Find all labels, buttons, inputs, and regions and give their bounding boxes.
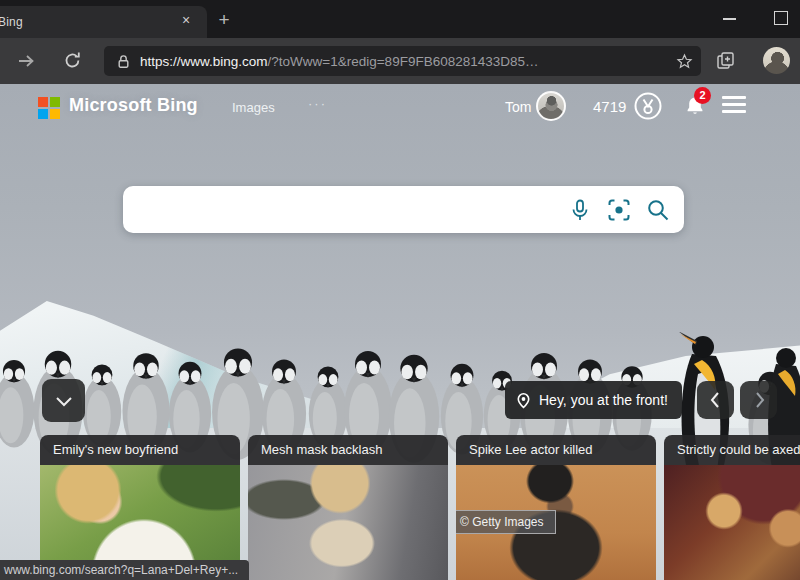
favorite-star-icon[interactable]: [676, 53, 693, 70]
nav-images-link[interactable]: Images: [232, 100, 275, 115]
user-avatar[interactable]: [536, 91, 566, 121]
bing-wordmark[interactable]: Microsoft Bing: [69, 95, 198, 116]
location-pin-icon: [515, 392, 532, 409]
visual-search-icon[interactable]: [606, 197, 632, 223]
lock-icon[interactable]: [116, 54, 131, 69]
url-text: https://www.bing.com/?toWww=1&redig=89F9…: [140, 54, 668, 69]
status-bar-link-preview: www.bing.com/search?q=Lana+Del+Rey+...: [0, 560, 249, 580]
url-host: https://www.bing.com: [140, 54, 268, 69]
browser-window: Bing × + https://www.bing.com/?toWww=1&r…: [0, 0, 800, 580]
news-card[interactable]: Strictly could be axed: [664, 435, 800, 580]
tab-bar: Bing × +: [0, 0, 800, 38]
news-card-image[interactable]: [248, 465, 448, 580]
image-caption-tooltip[interactable]: Hey, you at the front!: [505, 381, 682, 419]
rewards-points[interactable]: 4719: [593, 98, 626, 115]
tab-title: Bing: [0, 15, 23, 29]
window-minimize-button[interactable]: [716, 8, 744, 30]
refresh-icon[interactable]: [62, 50, 82, 70]
user-name[interactable]: Tom: [505, 99, 531, 115]
hamburger-menu-icon[interactable]: [722, 96, 746, 116]
news-card-title[interactable]: Emily's new boyfriend: [40, 435, 240, 465]
news-card-title[interactable]: Mesh mask backlash: [248, 435, 448, 465]
news-card[interactable]: Spike Lee actor killed © Getty Images: [456, 435, 656, 580]
carousel-next-button[interactable]: [740, 381, 777, 419]
notification-badge: 2: [694, 87, 711, 104]
news-card-title[interactable]: Strictly could be axed: [664, 435, 800, 465]
carousel-previous-button[interactable]: [697, 381, 734, 419]
news-card-image[interactable]: © Getty Images: [456, 465, 656, 580]
forward-icon[interactable]: [16, 51, 36, 71]
collections-icon[interactable]: [716, 51, 736, 71]
browser-toolbar: https://www.bing.com/?toWww=1&redig=89F9…: [0, 38, 800, 84]
nav-more-icon[interactable]: ···: [308, 96, 327, 111]
search-icon[interactable]: [645, 197, 671, 223]
rewards-medal-icon[interactable]: [633, 91, 663, 121]
url-path: /?toWww=1&redig=89F9FB608281433D85…: [268, 54, 539, 69]
news-card-title[interactable]: Spike Lee actor killed: [456, 435, 656, 465]
search-input[interactable]: [123, 186, 567, 233]
new-tab-button[interactable]: +: [214, 10, 234, 30]
news-card-image[interactable]: [664, 465, 800, 580]
bing-header: Microsoft Bing Images ··· Tom 4719 2: [0, 84, 800, 130]
microsoft-logo-icon[interactable]: [38, 97, 60, 119]
tooltip-text: Hey, you at the front!: [539, 392, 668, 408]
image-credit-label: © Getty Images: [456, 510, 556, 534]
tab-close-icon[interactable]: ×: [177, 12, 195, 30]
search-box: [123, 186, 684, 233]
microphone-icon[interactable]: [567, 197, 593, 223]
bing-homepage: Microsoft Bing Images ··· Tom 4719 2: [0, 84, 800, 580]
tab-bing[interactable]: Bing ×: [0, 6, 207, 38]
collapse-carousel-button[interactable]: [42, 379, 85, 422]
news-card[interactable]: Emily's new boyfriend: [40, 435, 240, 580]
news-card[interactable]: Mesh mask backlash: [248, 435, 448, 580]
address-bar[interactable]: https://www.bing.com/?toWww=1&redig=89F9…: [104, 46, 701, 76]
browser-profile-avatar[interactable]: [763, 47, 790, 74]
window-maximize-button[interactable]: [766, 8, 794, 30]
